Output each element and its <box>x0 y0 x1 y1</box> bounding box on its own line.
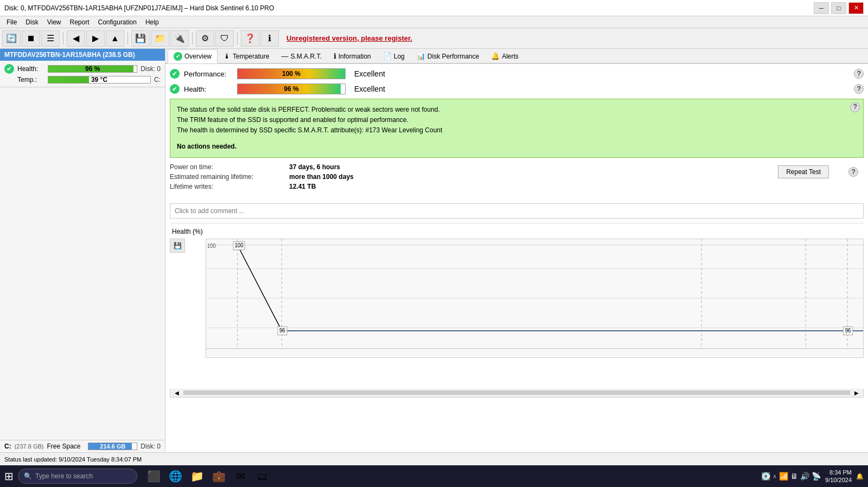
status-line-1: The status of the solid state disk is PE… <box>177 105 857 115</box>
repeat-help-button[interactable]: ? <box>848 167 858 177</box>
forward-button[interactable]: ▶ <box>86 30 105 47</box>
temperature-icon: 🌡 <box>224 52 231 60</box>
status-line-5: No actions needed. <box>177 142 857 152</box>
chart-section: Health (%) 💾 <box>170 223 864 398</box>
taskbar-hds-tray-icon: 💽 <box>761 472 770 480</box>
up-button[interactable]: ▲ <box>106 30 124 47</box>
shield-button[interactable]: 🛡 <box>215 30 234 47</box>
comment-input[interactable] <box>170 203 864 219</box>
start-button[interactable]: ⊞ <box>4 470 14 483</box>
info-button[interactable]: ℹ <box>260 30 279 47</box>
toolbar-separator-2 <box>127 32 128 45</box>
chart-area: 💾 <box>170 239 864 389</box>
lifetime-writes-value: 12.41 TB <box>289 183 316 190</box>
stop-button[interactable]: ⏹ <box>22 30 40 47</box>
connect-button[interactable]: 🔌 <box>170 30 189 47</box>
minimize-button[interactable]: ─ <box>814 2 829 14</box>
status-spacer <box>177 136 857 142</box>
taskbar-apps: ⬛ 🌐 📁 💼 ✉ 🗂 <box>144 466 272 486</box>
chart-scrollbar: ◀ ▶ <box>170 389 864 398</box>
scroll-left-button[interactable]: ◀ <box>173 390 181 396</box>
health-check-icon: ✔ <box>4 64 14 74</box>
free-space-label: Free Space <box>47 443 85 450</box>
menu-report[interactable]: Report <box>65 17 93 27</box>
status-box: The status of the solid state disk is PE… <box>170 99 864 158</box>
search-icon: 🔍 <box>24 472 32 480</box>
menu-help[interactable]: Help <box>141 17 163 27</box>
svg-text:96: 96 <box>845 327 851 334</box>
tab-alerts[interactable]: 🔔 Alerts <box>485 49 525 63</box>
c-drive-section: C: (237.8 GB) Free Space 214.6 GB Disk: … <box>0 440 165 452</box>
menu-view[interactable]: View <box>43 17 66 27</box>
menu-file[interactable]: File <box>2 17 21 27</box>
sidebar: MTFDDAV256TBN-1AR15ABHA (238.5 GB) ✔ Hea… <box>0 49 165 452</box>
taskbar-app-store[interactable]: 💼 <box>209 466 228 486</box>
health-bar-text: 96 % <box>48 66 137 72</box>
back-button[interactable]: ◀ <box>67 30 85 47</box>
repeat-test-button[interactable]: Repeat Test <box>778 165 829 178</box>
performance-row: ✔ Performance: 100 % Excellent ? <box>170 68 864 79</box>
tab-information[interactable]: ℹ Information <box>328 49 377 63</box>
taskbar-app-explorer[interactable]: 📁 <box>187 466 207 486</box>
overview-content: ✔ Performance: 100 % Excellent ? ✔ Healt… <box>165 64 868 452</box>
help-button[interactable]: ❓ <box>241 30 259 47</box>
window-controls: ─ □ ✕ <box>814 2 864 14</box>
info-table: Power on time: 37 days, 6 hours Estimate… <box>170 163 778 193</box>
lifetime-writes-label: Lifetime writes: <box>170 183 289 190</box>
taskbar-app-mail[interactable]: ✉ <box>231 466 250 486</box>
hd-button[interactable]: 💾 <box>131 30 150 47</box>
menu-configuration[interactable]: Configuration <box>94 17 141 27</box>
close-button[interactable]: ✕ <box>848 2 864 14</box>
notification-icon[interactable]: 🔔 <box>856 473 864 480</box>
lifetime-writes-row: Lifetime writes: 12.41 TB <box>170 183 778 190</box>
tab-overview[interactable]: ✔ Overview <box>168 49 218 63</box>
taskbar-app-hds[interactable]: 🗂 <box>252 466 272 486</box>
maximize-button[interactable]: □ <box>831 2 846 14</box>
svg-text:96: 96 <box>279 327 285 334</box>
scroll-track[interactable] <box>183 390 850 395</box>
performance-help-button[interactable]: ? <box>854 69 864 79</box>
svg-text:100: 100 <box>235 242 244 248</box>
taskbar-app-taskview[interactable]: ⬛ <box>144 466 163 486</box>
settings-button[interactable]: ⚙ <box>196 30 214 47</box>
search-placeholder: Type here to search <box>35 472 93 480</box>
menu-btn[interactable]: ☰ <box>41 30 60 47</box>
free-space-bar-container: 214.6 GB <box>88 443 137 450</box>
scroll-right-button[interactable]: ▶ <box>852 390 861 396</box>
chart-save-button[interactable]: 💾 <box>170 239 185 253</box>
health-overview-bar-container: 96 % <box>237 84 346 94</box>
taskbar-up-arrow-icon[interactable]: ∧ <box>773 473 777 480</box>
estimated-lifetime-label: Estimated remaining lifetime: <box>170 173 289 181</box>
toolbar-separator-1 <box>63 32 63 45</box>
temp-drive: C: <box>154 76 161 84</box>
tab-temperature-label: Temperature <box>233 53 269 60</box>
taskbar-app-edge[interactable]: 🌐 <box>165 466 185 486</box>
status-help-button[interactable]: ? <box>850 102 860 112</box>
taskbar-wifi-icon: 📡 <box>812 472 821 480</box>
register-link[interactable]: Unregistered version, please register. <box>286 34 412 42</box>
tabs: ✔ Overview 🌡 Temperature — S.M.A.R.T. ℹ … <box>165 49 868 64</box>
content-area: ✔ Overview 🌡 Temperature — S.M.A.R.T. ℹ … <box>165 49 868 452</box>
performance-bar-text: 100 % <box>238 69 345 79</box>
taskbar-search[interactable]: 🔍 Type here to search <box>18 469 137 484</box>
tab-log-label: Log <box>394 53 405 60</box>
health-chart-svg: 100 100 96 <box>206 239 863 357</box>
refresh-button[interactable]: 🔄 <box>2 30 21 47</box>
health-bar-container: 96 % <box>48 65 137 73</box>
taskbar-network-icon: 📶 <box>779 472 788 480</box>
estimated-lifetime-value: more than 1000 days <box>289 173 354 181</box>
status-bar: Status last updated: 9/10/2024 Tuesday 8… <box>0 452 868 465</box>
tab-disk-performance[interactable]: 📊 Disk Performance <box>411 49 485 63</box>
temp-label: Temp.: <box>17 76 44 84</box>
chart-title: Health (%) <box>170 227 864 236</box>
main-area: MTFDDAV256TBN-1AR15ABHA (238.5 GB) ✔ Hea… <box>0 49 868 452</box>
tab-log[interactable]: 📄 Log <box>377 49 411 63</box>
tab-smart[interactable]: — S.M.A.R.T. <box>275 49 327 63</box>
tab-temperature[interactable]: 🌡 Temperature <box>218 49 275 63</box>
status-line-3: The health is determined by SSD specific… <box>177 125 857 136</box>
health-help-button[interactable]: ? <box>854 84 864 94</box>
info-section: Power on time: 37 days, 6 hours Estimate… <box>170 163 864 198</box>
folder-button[interactable]: 📁 <box>151 30 169 47</box>
performance-label: Performance: <box>184 70 233 78</box>
menu-disk[interactable]: Disk <box>21 17 42 27</box>
